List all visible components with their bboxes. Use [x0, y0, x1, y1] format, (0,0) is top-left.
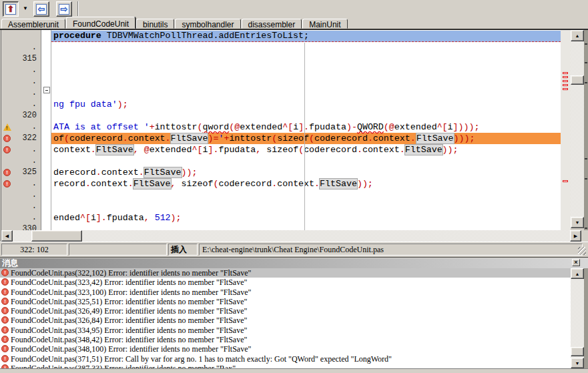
message-row[interactable]: !FoundCodeUnit.pas(334,95) Error: identi…: [0, 326, 571, 335]
code-token: ])));: [453, 122, 480, 132]
gutter-row[interactable]: .: [1, 76, 41, 87]
line-number: .: [32, 76, 37, 87]
message-row[interactable]: !FoundCodeUnit.pas(323,42) Error: identi…: [0, 278, 571, 287]
vscroll-thumb[interactable]: [571, 75, 584, 85]
code-line[interactable]: [51, 155, 561, 167]
editor-gutter[interactable]: .315....320.!322!..!325!....330: [1, 30, 41, 230]
code-line[interactable]: ended^[i].fpudata, 512);: [51, 212, 561, 224]
jump-dropdown-arrow-icon[interactable]: ▼: [21, 5, 29, 11]
gutter-row[interactable]: [1, 31, 41, 42]
code-token: ].: [96, 213, 107, 223]
gutter-row[interactable]: 315: [1, 53, 41, 65]
scroll-down-icon[interactable]: ▼: [571, 217, 584, 228]
code-line[interactable]: ng fpu data');: [51, 99, 561, 110]
message-row[interactable]: !FoundCodeUnit.pas(322,102) Error: ident…: [0, 268, 571, 278]
error-icon: !: [1, 326, 9, 334]
gutter-row[interactable]: .: [1, 190, 41, 201]
jump-button[interactable]: ⬆: [3, 1, 19, 17]
code-token: TDBVMWatchPollThread.addEntriesToList;: [101, 31, 309, 41]
gutter-row[interactable]: !325: [1, 167, 41, 178]
line-number: .: [32, 121, 37, 133]
tab-foundcodeunit[interactable]: FoundCodeUnit: [66, 17, 135, 29]
message-row[interactable]: !FoundCodeUnit.pas(326,84) Error: identi…: [0, 316, 571, 325]
code-line[interactable]: record.context.FltSave, sizeof(coderecor…: [51, 178, 561, 190]
error-icon: !: [3, 180, 11, 188]
code-token: of: [53, 133, 64, 143]
gutter-row[interactable]: !.: [1, 178, 41, 190]
line-number: .: [32, 144, 37, 155]
scroll-right-icon[interactable]: ▶: [570, 230, 581, 242]
scroll-up-icon[interactable]: ▲: [571, 30, 584, 41]
gutter-row[interactable]: .: [1, 155, 41, 167]
message-row[interactable]: !FoundCodeUnit.pas(323,100) Error: ident…: [0, 288, 571, 297]
highlighted-identifier: FltSave: [405, 145, 443, 155]
code-line[interactable]: context.FltSave, @extended^[i].fpudata, …: [51, 144, 561, 155]
code-token: context: [277, 179, 314, 189]
gutter-row[interactable]: !322: [1, 133, 41, 144]
message-row[interactable]: !FoundCodeUnit.pas(371,51) Error: Call b…: [0, 354, 571, 364]
gutter-row[interactable]: !.: [1, 144, 41, 155]
scroll-up-icon[interactable]: ▲: [571, 268, 584, 279]
gutter-row[interactable]: .: [1, 87, 41, 99]
code-token: ));: [357, 179, 373, 189]
vscroll-track[interactable]: [571, 41, 584, 217]
tab-assemblerunit[interactable]: Assemblerunit: [1, 19, 65, 29]
code-line[interactable]: [51, 190, 561, 201]
message-row[interactable]: !FoundCodeUnit.pas(325,51) Error: identi…: [0, 297, 571, 306]
code-token: .: [272, 179, 277, 189]
highlighted-identifier: FltSave: [133, 179, 171, 189]
code-line[interactable]: ATA is at offset '+inttostr(qword(@exten…: [51, 121, 561, 133]
code-line[interactable]: procedure TDBVMWatchPollThread.addEntrie…: [51, 31, 561, 42]
gutter-row[interactable]: .: [1, 121, 41, 133]
hscroll-track[interactable]: [13, 230, 570, 242]
error-icon: !: [1, 355, 9, 362]
code-line[interactable]: [51, 65, 561, 76]
gutter-row[interactable]: .: [1, 201, 41, 212]
code-token: coderecord: [314, 133, 368, 143]
gutter-row[interactable]: .: [1, 99, 41, 110]
fold-marker[interactable]: [43, 87, 50, 93]
messages-scroll-thumb[interactable]: [571, 347, 584, 356]
message-row[interactable]: !FoundCodeUnit.pas(348,100) Error: ident…: [0, 344, 571, 354]
forward-button[interactable]: ⇨: [56, 1, 72, 17]
code-line[interactable]: [51, 110, 561, 121]
back-button[interactable]: ⇦: [33, 1, 49, 17]
code-token: );: [171, 213, 182, 223]
code-line[interactable]: [51, 201, 561, 212]
code-token: fpudata: [218, 145, 256, 155]
tab-mainunit[interactable]: MainUnit: [302, 19, 347, 29]
messages-titlebar: 消息: [0, 258, 588, 268]
code-line[interactable]: derecord.context.FltSave));: [51, 167, 561, 178]
hscroll-thumb[interactable]: [31, 230, 82, 242]
code-line[interactable]: [51, 53, 561, 65]
gutter-row[interactable]: 320: [1, 110, 41, 121]
code-line[interactable]: [51, 224, 561, 230]
gutter-row[interactable]: .: [1, 42, 41, 53]
resize-grip[interactable]: [578, 247, 586, 255]
scroll-left-icon[interactable]: ◀: [1, 230, 13, 242]
code-token: (: [298, 145, 304, 155]
code-line[interactable]: [51, 87, 561, 99]
code-area[interactable]: procedure TDBVMWatchPollThread.addEntrie…: [51, 30, 561, 230]
tab-disassembler[interactable]: disassembler: [242, 19, 302, 29]
code-line[interactable]: [51, 42, 561, 53]
code-token: i: [91, 213, 96, 223]
message-text: FoundCodeUnit.pas(325,51) Error: identif…: [11, 297, 247, 306]
editor-hscrollbar[interactable]: ◀ ▶: [1, 230, 581, 242]
right-margin-line: [304, 43, 305, 230]
gutter-row[interactable]: .: [1, 212, 41, 224]
gutter-row[interactable]: .: [1, 65, 41, 76]
code-line[interactable]: [51, 76, 561, 87]
messages-scroll-track[interactable]: [571, 279, 584, 358]
code-token: .: [128, 179, 133, 189]
editor-vscrollbar[interactable]: ▲ ▼: [571, 30, 584, 230]
messages-list: !FoundCodeUnit.pas(322,102) Error: ident…: [0, 268, 571, 369]
tab-symbolhandler[interactable]: symbolhandler: [175, 19, 240, 29]
tab-binutils[interactable]: binutils: [136, 19, 174, 29]
messages-close-button[interactable]: ×: [572, 259, 580, 266]
scroll-down-icon[interactable]: ▼: [571, 358, 584, 368]
code-line[interactable]: of(coderecord.context.FltSave)='+inttost…: [51, 133, 561, 144]
messages-vscrollbar[interactable]: ▲ ▼: [571, 268, 584, 368]
message-row[interactable]: !FoundCodeUnit.pas(348,42) Error: identi…: [0, 335, 571, 344]
message-row[interactable]: !FoundCodeUnit.pas(326,49) Error: identi…: [0, 306, 571, 316]
